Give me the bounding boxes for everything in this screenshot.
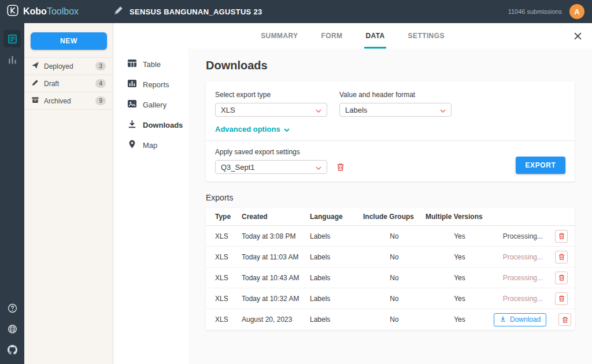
export-type-label: Select export type [215,91,327,99]
export-type-select[interactable]: XLS [215,103,327,117]
close-icon[interactable] [571,29,584,42]
subnav-label: Reports [143,80,169,89]
delete-saved-setting-button[interactable] [336,162,345,172]
subnav-item-reports[interactable]: Reports [113,75,188,95]
cell-include-groups: No [363,274,426,282]
cell-language: Labels [310,253,363,261]
delete-export-button[interactable] [555,292,568,305]
export-field-row: Select export type XLS Value and header … [215,91,565,117]
avatar[interactable]: A [569,4,584,19]
export-button[interactable]: EXPORT [516,157,565,174]
saved-settings-label: Apply saved export settings [215,148,345,156]
topbar-right: 11046 submissions A [508,4,592,19]
delete-export-button[interactable] [555,230,568,243]
chevron-down-icon [316,106,321,114]
deployed-count-badge: 3 [95,62,106,70]
subnav-label: Downloads [143,121,183,129]
cell-multiple-versions: Yes [426,315,494,324]
cell-type: XLS [215,274,242,282]
project-header: SENSUS BANGUNAN_AGUSTUS 23 [113,5,262,18]
export-type-value: XLS [221,106,235,114]
col-include-groups: Include Groups [363,213,426,221]
format-select[interactable]: Labels [339,103,452,117]
subnav-item-gallery[interactable]: Gallery [113,95,188,115]
archived-icon [31,96,39,106]
subnav-item-table[interactable]: Table [113,54,188,75]
new-button[interactable]: NEW [31,32,107,50]
subnav-label: Gallery [143,101,166,109]
draft-icon [31,79,39,89]
tab-summary[interactable]: SUMMARY [260,23,299,49]
cell-created: Today at 10:32 AM [242,295,310,303]
kobo-logo-icon [7,5,18,18]
sidebar-item-archived[interactable]: Archived 9 [24,92,113,110]
subnav-item-downloads[interactable]: Downloads [113,115,188,135]
chevron-down-icon [284,125,290,133]
data-subnav: Table Reports Gallery [113,49,188,364]
chevron-down-icon [316,163,321,172]
table-row: XLS Today at 11:03 AM Labels No Yes Proc… [206,247,575,268]
project-type-icon [113,5,124,18]
tab-data[interactable]: DATA [364,23,386,49]
export-status: Processing... [494,253,548,261]
cell-include-groups: No [363,315,426,324]
col-created: Created [242,213,310,221]
data-view: Table Reports Gallery [113,49,592,364]
library-rail-icon[interactable] [3,51,21,68]
page-title: Downloads [206,59,575,72]
subnav-item-map[interactable]: Map [113,135,188,155]
cell-include-groups: No [363,232,426,240]
rail-bottom-icons [5,300,20,357]
sidebar-item-deployed[interactable]: Deployed 3 [24,58,113,75]
cell-language: Labels [310,295,363,303]
help-icon[interactable] [5,300,20,315]
download-label: Download [510,315,541,324]
advanced-options-toggle[interactable]: Advanced options [215,125,290,133]
project-tabbar: SUMMARY FORM DATA SETTINGS [113,23,592,49]
saved-settings-value: Q3_Sept1 [221,163,255,172]
kobotoolbox-logo[interactable]: KoboToolbox [0,5,113,18]
cell-type: XLS [215,295,242,303]
brand-text: KoboToolbox [23,6,79,17]
format-label: Value and header format [339,91,452,99]
table-icon [127,58,137,70]
app-window: KoboToolbox SENSUS BANGUNAN_AGUSTUS 23 1… [0,0,592,364]
saved-settings-row: Apply saved export settings Q3_Sept1 [215,148,565,174]
sidebar-item-draft[interactable]: Draft 4 [24,75,113,92]
export-type-field: Select export type XLS [215,91,327,117]
cell-multiple-versions: Yes [426,232,494,240]
cell-language: Labels [310,232,363,240]
saved-settings-select[interactable]: Q3_Sept1 [215,160,327,174]
deployed-icon [31,61,39,72]
cell-multiple-versions: Yes [426,295,494,303]
draft-count-badge: 4 [95,79,106,88]
cell-created: Today at 3:08 PM [242,232,310,240]
export-status: Processing... [494,232,548,240]
map-pin-icon [127,139,137,151]
download-export-button[interactable]: Download [494,313,546,326]
projects-sidebar: NEW Deployed 3 Draft 4 Archived [24,23,113,364]
chevron-down-icon [440,106,446,114]
col-multiple-versions: Multiple Versions [426,213,494,221]
tab-settings[interactable]: SETTINGS [407,23,446,49]
sidebar-item-label: Archived [44,97,91,105]
delete-export-button[interactable] [555,251,568,263]
brand-toolbox: Toolbox [47,6,79,16]
delete-export-button[interactable] [558,313,571,326]
cell-include-groups: No [363,295,426,303]
projects-rail-icon[interactable] [3,30,21,47]
project-title: SENSUS BANGUNAN_AGUSTUS 23 [130,8,262,16]
archived-count-badge: 9 [95,96,106,105]
cell-type: XLS [215,315,242,324]
project-filters: Deployed 3 Draft 4 Archived 9 [24,57,113,110]
table-row: XLS Today at 10:43 AM Labels No Yes Proc… [206,268,575,288]
tab-form[interactable]: FORM [320,23,344,49]
cell-language: Labels [310,315,363,324]
format-value: Labels [345,106,367,114]
topbar: KoboToolbox SENSUS BANGUNAN_AGUSTUS 23 1… [0,0,592,23]
cell-multiple-versions: Yes [426,274,494,282]
delete-export-button[interactable] [555,272,568,284]
language-globe-icon[interactable] [5,321,20,336]
github-icon[interactable] [5,342,20,357]
cell-type: XLS [215,253,242,261]
